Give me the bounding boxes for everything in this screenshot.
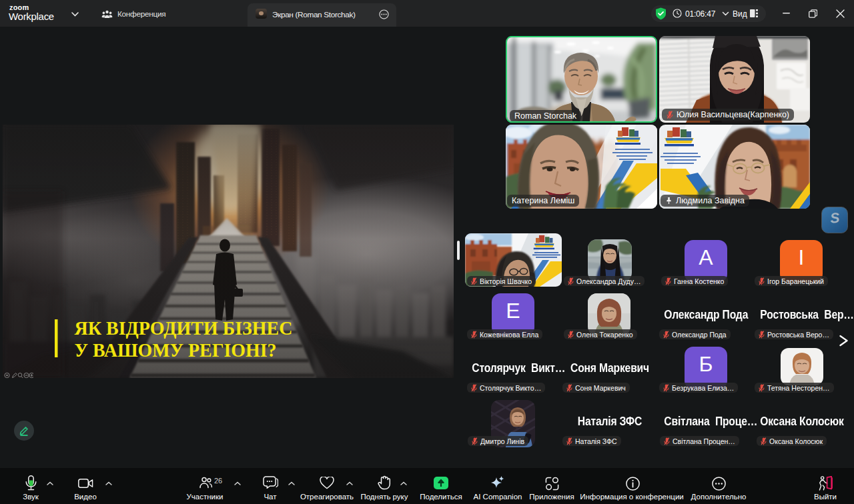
svg-text:У ВАШОМУ РЕГІОНІ?: У ВАШОМУ РЕГІОНІ? [75, 339, 277, 361]
svg-text:ЯК ВІДРОДИТИ БІЗНЕС: ЯК ВІДРОДИТИ БІЗНЕС [75, 317, 293, 339]
